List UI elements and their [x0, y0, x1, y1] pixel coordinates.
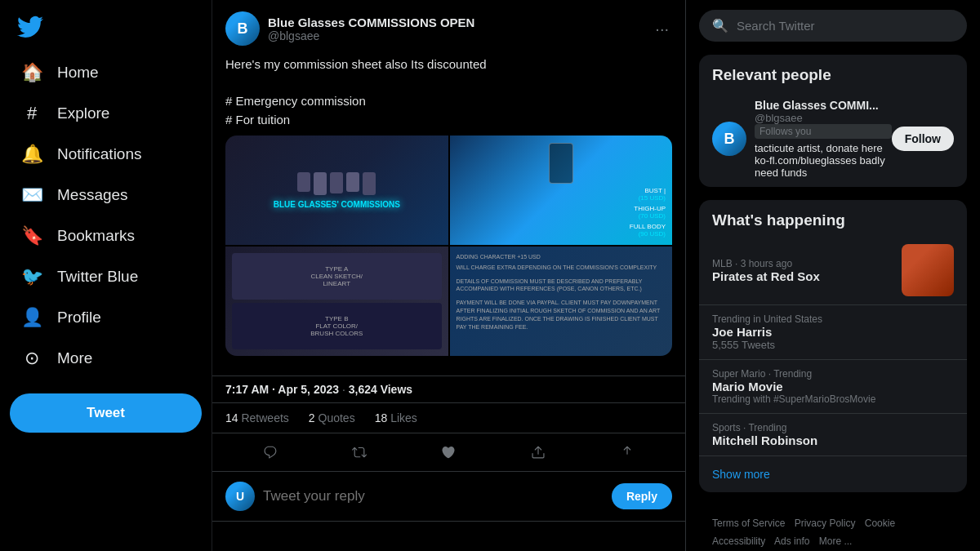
nav-item-home[interactable]: 🏠 Home — [10, 54, 202, 91]
relevant-person: B Blue Glasses COMMI... @blgsaee Follows… — [699, 91, 967, 187]
tweet-image-grid: BLUE GLASSES' COMMISSIONS BUST | (15 USD… — [225, 136, 672, 356]
trend-meta-mario: Super Mario · Trending — [712, 368, 954, 380]
likes-count: 18 — [375, 411, 388, 424]
follows-you-badge: Follows you — [755, 124, 892, 139]
retweet-action[interactable] — [344, 437, 375, 468]
more-icon: ⊙ — [21, 348, 42, 369]
tweet-timestamp: 7:17 AM · Apr 5, 2023 · 3,624 Views — [212, 375, 685, 402]
whats-happening-section: What's happening MLB · 3 hours ago Pirat… — [699, 200, 967, 492]
rp-bio: tacticute artist, donate here ko-fl.com/… — [755, 142, 892, 179]
trend-item-mitchell[interactable]: Sports · Trending Mitchell Robinson — [699, 414, 967, 456]
rp-display-name: Blue Glasses COMMI... — [755, 99, 892, 112]
more-label: More — [57, 349, 92, 367]
display-name: Blue Glasses COMMISSIONS OPEN — [268, 16, 474, 29]
search-bar[interactable]: 🔍 — [699, 10, 967, 42]
search-input[interactable] — [737, 19, 954, 33]
quotes-label: Quotes — [318, 411, 355, 424]
notifications-label: Notifications — [57, 145, 142, 163]
notifications-icon: 🔔 — [21, 144, 42, 165]
retweets-label: Retweets — [241, 411, 288, 424]
profile-icon: 👤 — [21, 307, 42, 328]
rp-user-info: B Blue Glasses COMMI... @blgsaee Follows… — [712, 99, 892, 179]
right-sidebar: 🔍 Relevant people B Blue Glasses COMMI..… — [686, 0, 980, 551]
trend-item-joe-harris[interactable]: Trending in United States Joe Harris 5,5… — [699, 305, 967, 360]
tweet-button[interactable]: Tweet — [10, 393, 202, 433]
views-text: 3,624 Views — [349, 383, 412, 396]
bookmarks-label: Bookmarks — [57, 227, 135, 245]
user-avatar-reply: U — [225, 482, 255, 511]
rp-handle: @blgsaee — [755, 112, 892, 124]
quotes-count: 2 — [309, 411, 315, 424]
relevant-people-section: Relevant people B Blue Glasses COMMI... … — [699, 55, 967, 187]
retweets-stat: 14 Retweets — [225, 411, 289, 424]
twitter-logo[interactable] — [10, 7, 51, 47]
nav-item-notifications[interactable]: 🔔 Notifications — [10, 136, 202, 173]
user-details: Blue Glasses COMMISSIONS OPEN @blgsaee — [268, 16, 474, 42]
tweet-main-text: Here's my commission sheet also Its disc… — [225, 57, 487, 71]
trend-meta-mlb: MLB · 3 hours ago — [712, 258, 820, 269]
show-more-button[interactable]: Show more — [699, 456, 967, 492]
tweet-text: Here's my commission sheet also Its disc… — [225, 56, 672, 129]
footer-more[interactable]: More ... — [819, 535, 853, 547]
tweet-actions — [212, 433, 685, 472]
tweet-image-3[interactable]: TYPE ACLEAN SKETCH/LINEART TYPE BFLAT CO… — [225, 247, 448, 356]
trend-item-mlb[interactable]: MLB · 3 hours ago Pirates at Red Sox — [699, 236, 967, 305]
nav-item-profile[interactable]: 👤 Profile — [10, 299, 202, 336]
likes-stat: 18 Likes — [375, 411, 417, 424]
footer-accessibility[interactable]: Accessibility — [712, 535, 765, 547]
more-options-button[interactable]: ··· — [652, 16, 672, 42]
quotes-stat: 2 Quotes — [309, 411, 355, 424]
timestamp-text: 7:17 AM · Apr 5, 2023 — [225, 383, 339, 396]
profile-label: Profile — [57, 309, 101, 327]
twitter-blue-icon: 🐦 — [21, 266, 42, 287]
tweet-body: Here's my commission sheet also Its disc… — [212, 52, 685, 375]
user-handle: @blgsaee — [268, 29, 474, 42]
home-icon: 🏠 — [21, 62, 42, 83]
nav-item-more[interactable]: ⊙ More — [10, 340, 202, 377]
share-action[interactable] — [612, 437, 643, 468]
nav-item-twitter-blue[interactable]: 🐦 Twitter Blue — [10, 258, 202, 295]
trend-count-joe: 5,555 Tweets — [712, 339, 954, 351]
tweet-header: B Blue Glasses COMMISSIONS OPEN @blgsaee… — [212, 0, 685, 52]
tweet-image-4[interactable]: ADDING CHARACTER +15 USD WILL CHARGE EXT… — [450, 247, 673, 356]
bookmarks-icon: 🔖 — [21, 225, 42, 247]
trend-image-mlb — [902, 244, 954, 296]
nav-item-explore[interactable]: # Explore — [10, 95, 202, 132]
footer-links: Terms of Service Privacy Policy Cookie A… — [699, 505, 967, 551]
reply-action[interactable] — [255, 437, 286, 468]
trend-topic-mitchell: Mitchell Robinson — [712, 433, 954, 447]
trend-topic-joe: Joe Harris — [712, 325, 954, 339]
trend-topic-mlb: Pirates at Red Sox — [712, 269, 820, 283]
tweet-user-info: B Blue Glasses COMMISSIONS OPEN @blgsaee — [225, 11, 474, 46]
footer-cookie[interactable]: Cookie — [865, 518, 895, 529]
footer-tos[interactable]: Terms of Service — [712, 518, 785, 529]
main-content: B Blue Glasses COMMISSIONS OPEN @blgsaee… — [212, 0, 686, 551]
explore-icon: # — [21, 103, 42, 124]
messages-icon: ✉️ — [21, 184, 42, 206]
nav-item-messages[interactable]: ✉️ Messages — [10, 176, 202, 214]
nav-item-bookmarks[interactable]: 🔖 Bookmarks — [10, 217, 202, 255]
follow-button[interactable]: Follow — [892, 127, 954, 151]
twitter-blue-label: Twitter Blue — [57, 268, 138, 286]
explore-label: Explore — [57, 104, 109, 122]
like-action[interactable] — [433, 437, 464, 468]
trend-item-mario[interactable]: Super Mario · Trending Mario Movie Trend… — [699, 360, 967, 414]
reply-input[interactable] — [263, 488, 604, 504]
trend-sub-mario: Trending with #SuperMarioBrosMovie — [712, 393, 954, 405]
avatar: B — [225, 11, 260, 46]
tweet-image-2[interactable]: BUST | (15 USD) THIGH-UP (70 USD) FULL B… — [450, 136, 673, 245]
bookmark-action[interactable] — [523, 437, 554, 468]
footer-ads[interactable]: Ads info — [774, 535, 809, 547]
sidebar: 🏠 Home # Explore 🔔 Notifications ✉️ Mess… — [0, 0, 212, 551]
hashtag-2: # For tuition — [225, 113, 290, 127]
trend-meta-mitchell: Sports · Trending — [712, 422, 954, 433]
tweet-image-1[interactable]: BLUE GLASSES' COMMISSIONS — [225, 136, 448, 245]
likes-label: Likes — [390, 411, 417, 424]
trend-meta-joe: Trending in United States — [712, 313, 954, 325]
relevant-people-title: Relevant people — [699, 55, 967, 91]
footer-privacy[interactable]: Privacy Policy — [795, 518, 856, 529]
hashtag-1: # Emergency commission — [225, 94, 366, 108]
retweets-count: 14 — [225, 411, 238, 424]
rp-text-info: Blue Glasses COMMI... @blgsaee Follows y… — [755, 99, 892, 179]
reply-button[interactable]: Reply — [612, 483, 672, 509]
